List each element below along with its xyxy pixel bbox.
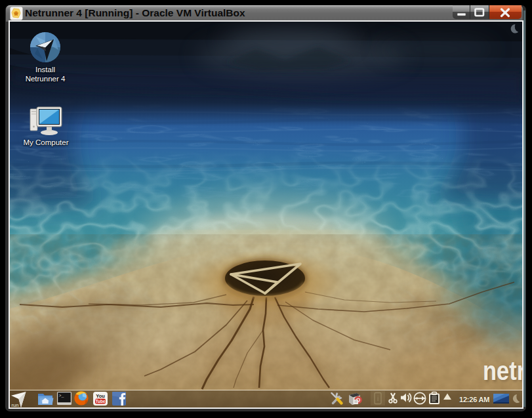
svg-text:netr: netr bbox=[483, 356, 522, 385]
svg-text:>_: >_ bbox=[59, 394, 64, 398]
svg-text:Tube: Tube bbox=[95, 399, 105, 404]
svg-text:You: You bbox=[96, 393, 105, 399]
svg-text:run: run bbox=[12, 402, 19, 408]
svg-text:i: i bbox=[377, 395, 379, 402]
